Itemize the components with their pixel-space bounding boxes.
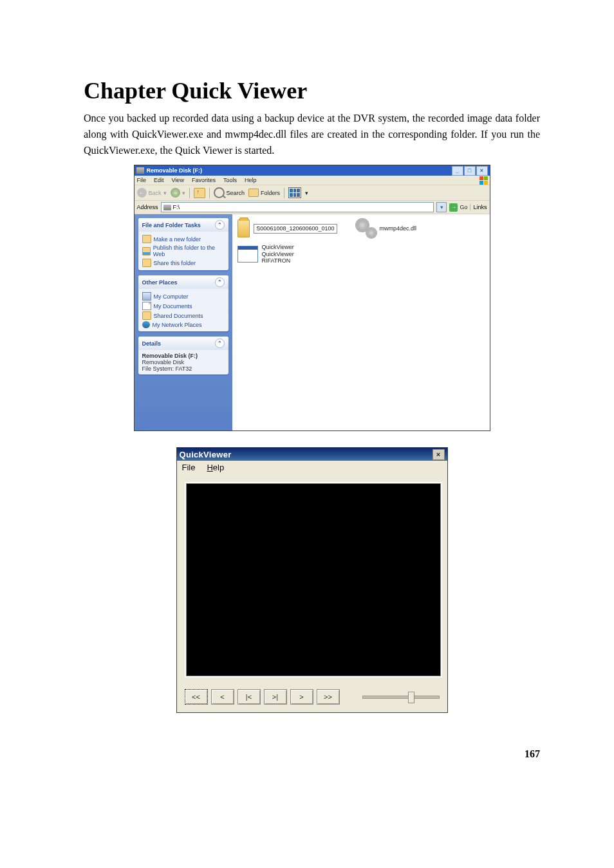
menu-favorites[interactable]: Favorites bbox=[192, 177, 216, 183]
go-label: Go bbox=[460, 204, 467, 210]
video-display-area bbox=[185, 482, 442, 678]
goto-end-button[interactable]: >| bbox=[264, 689, 287, 705]
goto-start-button[interactable]: |< bbox=[237, 689, 261, 705]
search-label: Search bbox=[227, 190, 245, 196]
other-places-panel: Other Places ⌃ My Computer My Documents … bbox=[138, 275, 228, 331]
place-label: My Documents bbox=[154, 303, 192, 309]
address-input[interactable]: F:\ bbox=[161, 202, 434, 212]
body-paragraph: Once you backed up recorded data using a… bbox=[84, 111, 540, 158]
explorer-content: S00061008_120600600_0100 QuickViewer Qui… bbox=[232, 214, 490, 430]
qv-menu-help[interactable]: Help bbox=[207, 463, 224, 472]
drive-icon bbox=[163, 205, 171, 210]
address-label: Address bbox=[137, 204, 158, 210]
seek-slider[interactable] bbox=[362, 696, 440, 699]
folders-icon bbox=[248, 189, 259, 197]
my-documents-icon bbox=[142, 302, 151, 310]
task-publish-web[interactable]: Publish this folder to the Web bbox=[142, 244, 225, 258]
task-label: Share this folder bbox=[154, 260, 196, 266]
place-network-places[interactable]: My Network Places bbox=[142, 320, 225, 329]
file-item-dll[interactable]: mwmp4dec.dll bbox=[357, 219, 456, 237]
page-number: 167 bbox=[84, 748, 540, 760]
new-folder-icon bbox=[142, 235, 151, 243]
folders-label: Folders bbox=[261, 190, 280, 196]
menu-tools[interactable]: Tools bbox=[223, 177, 237, 183]
file-item-folder[interactable]: S00061008_120600600_0100 bbox=[237, 219, 337, 237]
qv-title-text: QuickViewer bbox=[180, 450, 232, 459]
go-button[interactable]: → Go bbox=[449, 203, 467, 212]
forward-fast-button[interactable]: >> bbox=[317, 689, 340, 705]
address-value: F:\ bbox=[173, 204, 180, 210]
folder-name: S00061008_120600600_0100 bbox=[254, 224, 337, 233]
menu-help[interactable]: Help bbox=[245, 177, 257, 183]
task-label: Make a new folder bbox=[154, 236, 201, 243]
step-forward-button[interactable]: > bbox=[290, 689, 313, 705]
dll-icon bbox=[357, 219, 376, 237]
menu-edit[interactable]: Edit bbox=[154, 177, 164, 183]
links-label[interactable]: Links bbox=[470, 204, 487, 210]
forward-button[interactable]: → ▾ bbox=[171, 188, 185, 198]
my-computer-icon bbox=[142, 292, 151, 300]
menu-view[interactable]: View bbox=[172, 177, 184, 183]
place-label: My Computer bbox=[154, 293, 189, 300]
minimize-button[interactable]: _ bbox=[452, 166, 463, 176]
task-share-folder[interactable]: Share this folder bbox=[142, 258, 225, 268]
task-make-folder[interactable]: Make a new folder bbox=[142, 234, 225, 244]
explorer-title-text: Removable Disk (F:) bbox=[147, 167, 203, 174]
file-folder-tasks-panel: File and Folder Tasks ⌃ Make a new folde… bbox=[138, 218, 228, 270]
search-button[interactable]: Search bbox=[214, 187, 245, 198]
playback-control-bar: << < |< >| > >> bbox=[177, 685, 447, 712]
chevron-down-icon: ▾ bbox=[182, 190, 185, 196]
slider-thumb-icon[interactable] bbox=[408, 692, 414, 703]
quickviewer-window: QuickViewer × File Help << < |< >| > >> bbox=[176, 447, 448, 713]
details-type: Removable Disk bbox=[142, 359, 185, 365]
file-text: QuickViewer QuickViewer RIFATRON bbox=[262, 244, 294, 264]
collapse-icon[interactable]: ⌃ bbox=[215, 338, 225, 348]
windows-logo-icon bbox=[479, 176, 488, 185]
maximize-button[interactable]: □ bbox=[464, 166, 476, 176]
chapter-heading: Chapter Quick Viewer bbox=[84, 77, 540, 104]
chevron-down-icon: ▾ bbox=[305, 190, 308, 196]
close-button[interactable]: × bbox=[433, 449, 445, 460]
details-fs: File System: FAT32 bbox=[142, 365, 192, 372]
folder-icon bbox=[237, 219, 250, 237]
details-title: Details bbox=[142, 340, 162, 347]
up-folder-button[interactable] bbox=[194, 188, 205, 198]
search-icon bbox=[214, 187, 225, 198]
close-button[interactable]: × bbox=[476, 166, 488, 176]
tasks-title: File and Folder Tasks bbox=[142, 222, 201, 228]
address-dropdown[interactable]: ▾ bbox=[436, 202, 447, 212]
explorer-sidepane: File and Folder Tasks ⌃ Make a new folde… bbox=[135, 214, 232, 430]
details-panel: Details ⌃ Removable Disk (F:) Removable … bbox=[138, 337, 228, 374]
place-shared-documents[interactable]: Shared Documents bbox=[142, 311, 225, 320]
place-my-computer[interactable]: My Computer bbox=[142, 291, 225, 301]
share-folder-icon bbox=[142, 259, 151, 267]
details-name: Removable Disk (F:) bbox=[142, 353, 225, 359]
network-places-icon bbox=[142, 321, 150, 328]
application-icon bbox=[237, 246, 258, 263]
explorer-menubar: File Edit View Favorites Tools Help bbox=[135, 176, 490, 185]
publish-web-icon bbox=[142, 247, 151, 255]
rewind-fast-button[interactable]: << bbox=[185, 689, 208, 705]
place-my-documents[interactable]: My Documents bbox=[142, 301, 225, 311]
task-label: Publish this folder to the Web bbox=[153, 245, 225, 257]
file-item-quickviewer[interactable]: QuickViewer QuickViewer RIFATRON bbox=[237, 244, 337, 264]
collapse-icon[interactable]: ⌃ bbox=[215, 220, 225, 230]
qv-menubar: File Help bbox=[177, 461, 447, 474]
address-bar: Address F:\ ▾ → Go Links bbox=[135, 201, 490, 214]
back-label: Back bbox=[149, 190, 162, 196]
menu-file[interactable]: File bbox=[137, 177, 147, 183]
chevron-down-icon: ▾ bbox=[163, 190, 167, 196]
go-arrow-icon: → bbox=[449, 203, 458, 212]
dll-name: mwmp4dec.dll bbox=[380, 225, 417, 232]
back-button[interactable]: ← Back ▾ bbox=[137, 188, 167, 198]
drive-icon bbox=[136, 167, 144, 174]
collapse-icon[interactable]: ⌃ bbox=[215, 277, 225, 287]
places-title: Other Places bbox=[142, 279, 178, 286]
step-back-button[interactable]: < bbox=[211, 689, 234, 705]
place-label: Shared Documents bbox=[154, 313, 203, 319]
explorer-toolbar: ← Back ▾ → ▾ Search Folders bbox=[135, 185, 490, 201]
folders-button[interactable]: Folders bbox=[248, 189, 280, 197]
qv-menu-file[interactable]: File bbox=[182, 463, 196, 472]
views-button[interactable] bbox=[288, 187, 301, 198]
shared-documents-icon bbox=[142, 311, 151, 320]
